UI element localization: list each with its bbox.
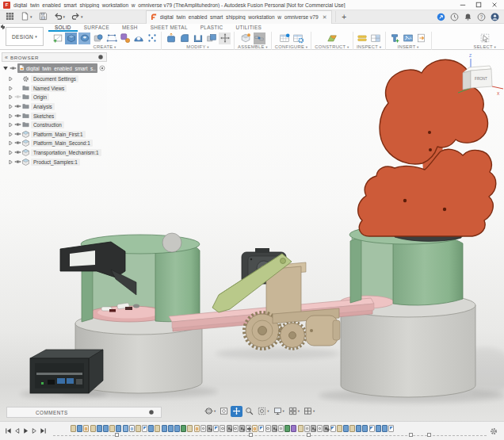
expand-icon[interactable]	[8, 76, 13, 82]
close-button[interactable]	[487, 0, 502, 10]
file-menu-button[interactable]: ▾	[18, 11, 35, 22]
activate-component-radio[interactable]	[99, 65, 105, 71]
visibility-eye-icon[interactable]	[14, 150, 21, 155]
ribbon-group-label[interactable]: INSPECT	[357, 44, 381, 50]
pattern-icon[interactable]	[119, 33, 131, 44]
expand-icon[interactable]	[8, 150, 13, 155]
grid-and-snaps-button[interactable]: ▾	[287, 406, 301, 417]
expand-icon[interactable]	[8, 140, 13, 146]
play-button[interactable]	[22, 427, 29, 434]
expand-icon[interactable]	[8, 122, 13, 128]
browser-tree-item[interactable]: Platform_Main_Second:1	[2, 139, 107, 148]
save-button[interactable]	[36, 11, 50, 22]
help-icon[interactable]: ?	[476, 12, 486, 21]
ribbon-group-label[interactable]: ASSEMBLE	[238, 44, 268, 50]
ribbon-group-label[interactable]: CONSTRUCT	[315, 44, 349, 50]
browser-tree-item[interactable]: Transportation_Mechanism:1	[2, 148, 107, 158]
ribbon-group-label[interactable]: SELECT	[474, 44, 496, 50]
timeline-track[interactable]	[50, 422, 501, 440]
design-workspace-selector[interactable]: DESIGN▾	[6, 27, 44, 46]
display-settings-button[interactable]: ▾	[272, 406, 286, 417]
sweep-icon[interactable]	[92, 33, 104, 44]
zoom-button[interactable]	[243, 406, 255, 417]
expand-icon[interactable]	[8, 94, 13, 100]
insert-derive-icon[interactable]	[389, 33, 401, 44]
close-tab-icon[interactable]: ✕	[323, 14, 327, 21]
notifications-icon[interactable]	[463, 12, 472, 21]
expand-icon[interactable]	[8, 159, 13, 165]
visibility-eye-icon[interactable]	[14, 94, 21, 100]
comments-expand-icon[interactable]	[148, 409, 155, 415]
ribbon-tab[interactable]: MESH	[116, 24, 144, 32]
3d-viewport[interactable]: Z X FRONT « BROWSER di	[0, 50, 504, 421]
timeline-marker[interactable]	[409, 433, 413, 437]
insert-image-icon[interactable]	[403, 33, 414, 44]
go-to-end-button[interactable]	[40, 427, 47, 434]
browser-tree-item[interactable]: Product_Samples:1	[2, 157, 107, 166]
ribbon-tab[interactable]: UTILITIES	[230, 24, 269, 32]
transportation-mechanism[interactable]	[212, 248, 340, 349]
expand-icon[interactable]	[8, 104, 13, 109]
data-panel-button[interactable]	[3, 11, 17, 22]
browser-tree-item[interactable]: Analysis	[2, 102, 107, 112]
visibility-eye-icon[interactable]	[14, 159, 21, 165]
browser-root-node[interactable]: digital_twin_enabled_smart_s...	[2, 63, 107, 73]
timeline-marker[interactable]	[115, 433, 119, 437]
maximize-button[interactable]	[471, 0, 487, 10]
create-loft-icon[interactable]	[105, 33, 117, 44]
visibility-eye-icon[interactable]	[14, 122, 21, 128]
look-at-button[interactable]	[218, 406, 230, 417]
configuration-table-icon[interactable]	[279, 33, 291, 44]
expand-icon[interactable]	[8, 86, 13, 91]
browser-header[interactable]: « BROWSER	[2, 52, 107, 62]
root-visibility-icon[interactable]	[10, 66, 17, 71]
revolve-icon[interactable]	[78, 33, 90, 44]
pan-button[interactable]	[231, 406, 242, 417]
shell-icon[interactable]	[192, 33, 204, 44]
fillet-icon[interactable]	[178, 33, 190, 44]
move-icon[interactable]	[219, 33, 231, 44]
timeline-settings-gear-icon[interactable]	[490, 427, 498, 435]
ribbon-tab[interactable]: SHEET METAL	[144, 24, 194, 32]
ribbon-tab[interactable]: PLASTIC	[194, 24, 230, 32]
new-component-icon[interactable]	[240, 33, 252, 44]
configure-features-icon[interactable]	[292, 33, 304, 44]
visibility-eye-icon[interactable]	[14, 132, 21, 137]
job-status-icon[interactable]	[449, 12, 459, 21]
comments-bar[interactable]: COMMENTS	[6, 407, 162, 418]
timeline-marker[interactable]	[249, 433, 253, 437]
extrude-icon[interactable]	[65, 33, 77, 44]
browser-tree-item[interactable]: Platform_Main_First:1	[2, 130, 107, 140]
browser-tree-item[interactable]: Named Views	[2, 84, 107, 94]
fit-button[interactable]: ▾	[256, 406, 270, 417]
visibility-eye-icon[interactable]	[14, 113, 21, 119]
ribbon-tab[interactable]: SURFACE	[78, 24, 116, 32]
expand-root-icon[interactable]	[2, 65, 9, 71]
ribbon-group-label[interactable]: MODIFY	[186, 44, 208, 50]
new-tab-button[interactable]: +	[335, 11, 348, 22]
press-pull-icon[interactable]	[165, 33, 177, 44]
browser-tree-item[interactable]: Origin	[2, 93, 107, 102]
viewports-button[interactable]: ▾	[302, 406, 316, 417]
viewcube-front-face[interactable]: FRONT	[475, 77, 487, 81]
step-forward-button[interactable]	[31, 427, 38, 434]
combine-icon[interactable]	[205, 33, 217, 44]
browser-tree-item[interactable]: Construction	[2, 121, 107, 130]
go-to-start-button[interactable]	[5, 427, 12, 434]
document-tab[interactable]: digital_twin_enabled_smart_shipping_work…	[146, 10, 332, 24]
visibility-eye-icon[interactable]	[14, 140, 21, 146]
ribbon-group-label[interactable]: CONFIGURE	[275, 44, 308, 50]
select-icon[interactable]	[479, 33, 491, 44]
extensions-icon[interactable]	[436, 12, 445, 21]
joint-icon[interactable]	[254, 33, 265, 44]
measure-icon[interactable]	[357, 33, 368, 44]
construct-plane-icon[interactable]	[326, 33, 338, 44]
section-analysis-icon[interactable]	[370, 33, 382, 44]
browser-tree-item[interactable]: Sketches	[2, 111, 107, 121]
account-icon[interactable]	[490, 12, 499, 21]
orbit-button[interactable]: ▾	[203, 406, 217, 417]
timeline-marker[interactable]	[307, 433, 311, 437]
create-form-icon[interactable]	[132, 33, 144, 44]
create-sketch-icon[interactable]	[52, 33, 63, 44]
redo-button[interactable]: ▾	[69, 11, 86, 22]
